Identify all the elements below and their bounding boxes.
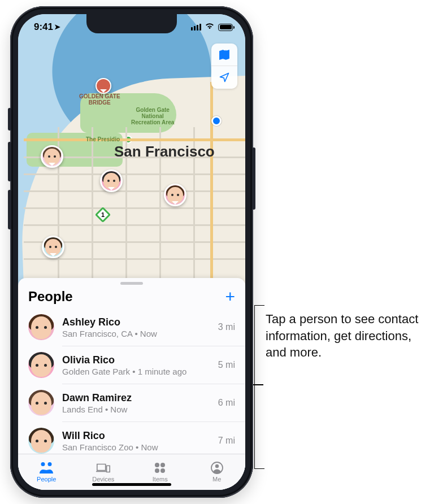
svg-point-0	[155, 463, 159, 467]
person-distance: 7 mi	[218, 436, 235, 446]
status-time: 9:41 ➤	[34, 21, 60, 33]
tab-label: Devices	[92, 476, 114, 483]
screen: 9:41 ➤	[18, 14, 245, 490]
person-distance: 3 mi	[218, 322, 235, 332]
person-sub: Golden Gate Park • 1 minute ago	[62, 367, 210, 376]
tab-me[interactable]: Me	[189, 454, 246, 489]
current-location-dot	[211, 116, 222, 126]
map-avatar-1[interactable]	[41, 145, 63, 168]
add-person-button[interactable]: +	[225, 288, 235, 305]
avatar	[28, 428, 54, 454]
avatar	[28, 352, 54, 378]
wifi-icon	[205, 22, 215, 32]
person-row[interactable]: Olivia Rico Golden Gate Park • 1 minute …	[18, 346, 245, 384]
iphone-frame: 9:41 ➤	[10, 6, 253, 498]
volume-down-button	[8, 190, 11, 229]
person-sub: San Francisco, CA • Now	[62, 329, 210, 338]
map-label-recreation-area: Golden Gate National Recreation Area	[131, 107, 174, 125]
sheet-title: People	[28, 289, 73, 305]
sheet-header: People +	[18, 287, 245, 309]
callout-bracket	[254, 305, 264, 469]
side-button	[252, 147, 255, 210]
map-label-golden-gate-bridge: GOLDEN GATE BRIDGE	[79, 93, 120, 106]
map-mode-button[interactable]	[211, 44, 237, 66]
person-row[interactable]: Ashley Rico San Francisco, CA • Now 3 mi	[18, 309, 245, 346]
battery-icon	[218, 24, 233, 31]
locate-me-button[interactable]	[211, 66, 237, 89]
person-sub: Lands End • Now	[62, 405, 210, 414]
callout-leader	[253, 384, 263, 385]
person-name: Dawn Ramirez	[62, 392, 210, 404]
person-name: Ashley Rico	[62, 316, 210, 328]
tab-label: People	[37, 476, 56, 483]
clock-text: 9:41	[34, 21, 53, 33]
callout-text: Tap a person to see contact information,…	[266, 311, 424, 361]
person-name: Will Rico	[62, 430, 210, 442]
status-icons	[191, 22, 233, 32]
person-row[interactable]: Dawn Ramirez Lands End • Now 6 mi	[18, 384, 245, 422]
tab-label: Items	[153, 476, 168, 483]
map-label-presidio: The Presidio	[86, 136, 120, 142]
person-distance: 6 mi	[218, 398, 235, 408]
avatar	[28, 314, 54, 340]
svg-point-1	[160, 463, 165, 467]
notch	[86, 14, 177, 33]
volume-up-button	[8, 142, 11, 181]
map-avatar-2[interactable]	[100, 170, 123, 192]
svg-point-5	[215, 464, 219, 467]
people-list: Ashley Rico San Francisco, CA • Now 3 mi…	[18, 309, 245, 454]
person-distance: 5 mi	[218, 360, 235, 370]
svg-point-2	[155, 468, 159, 473]
person-name: Olivia Rico	[62, 354, 210, 366]
tab-label: Me	[212, 476, 221, 483]
home-indicator[interactable]	[92, 483, 171, 486]
location-arrow-icon: ➤	[54, 23, 60, 31]
mute-switch	[8, 108, 11, 131]
map-controls	[211, 44, 237, 89]
avatar	[28, 390, 54, 416]
sheet-grabber[interactable]	[120, 282, 143, 285]
map-city-label: San Francisco	[114, 143, 215, 160]
people-sheet[interactable]: People + Ashley Rico San Francisco, CA •…	[18, 278, 245, 490]
map-avatar-3[interactable]	[164, 184, 186, 206]
map-avatar-4[interactable]	[42, 236, 64, 258]
map-pin-golden-gate-bridge[interactable]	[96, 78, 111, 94]
person-row[interactable]: Will Rico San Francisco Zoo • Now 7 mi	[18, 422, 245, 454]
person-sub: San Francisco Zoo • Now	[62, 442, 210, 452]
cellular-icon	[191, 24, 201, 31]
tab-people[interactable]: People	[18, 454, 75, 489]
svg-point-3	[160, 468, 165, 473]
